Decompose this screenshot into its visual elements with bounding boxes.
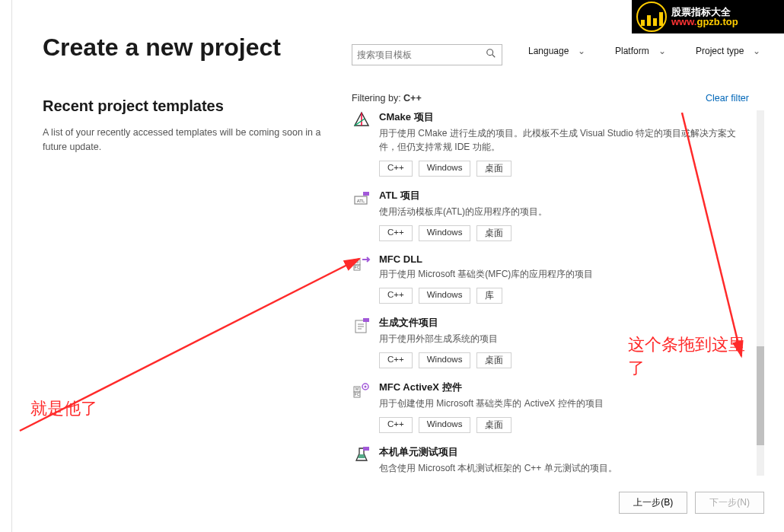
svg-line-1 [492,55,496,58]
template-desc: 用于使用 Microsoft 基础类(MFC)库的应用程序的项目 [379,267,747,281]
clear-filter-link[interactable]: Clear filter [706,93,749,104]
template-item[interactable]: MFCMFC DLL用于使用 Microsoft 基础类(MFC)库的应用程序的… [352,246,751,308]
template-title: 生成文件项目 [379,316,747,330]
next-button[interactable]: 下一步(N) [695,492,764,514]
watermark-text-url: www.gpzb.top [671,17,738,27]
mfc-icon: MFC [352,253,371,273]
template-tags: C++Windows桌面 [379,417,747,433]
template-tag: 桌面 [476,352,512,368]
template-tag: 桌面 [476,225,512,241]
template-title: MFC ActiveX 控件 [379,381,747,394]
template-desc: 用于使用 CMake 进行生成的项目。此模板不生成 Visual Studio … [379,126,747,154]
filter-platform-label: Platform [615,46,649,56]
template-item[interactable]: 本机单元测试项目包含使用 Microsoft 本机测试框架的 C++ 单元测试的… [352,438,751,476]
template-desc: 用于创建使用 Microsoft 基础类库的 ActiveX 控件的项目 [379,397,747,410]
template-tags: C++Windows桌面 [379,225,747,241]
svg-text:M: M [355,260,359,264]
svg-rect-17 [363,447,369,451]
template-desc: 使用活动模板库(ATL)的应用程序的项目。 [379,205,747,218]
svg-point-16 [365,386,367,388]
template-tag: C++ [379,352,413,368]
template-tags: C++Windows库 [379,288,747,304]
watermark-chart-icon [636,2,667,32]
back-button[interactable]: 上一步(B) [619,492,687,514]
svg-rect-10 [363,318,369,322]
atl-icon: ATL [352,189,371,209]
template-title: CMake 项目 [379,110,747,124]
mfcax-icon: MFC [352,381,371,400]
template-title: MFC DLL [379,253,747,265]
template-tag: Windows [419,161,471,177]
template-tags: C++Windows桌面 [379,352,747,368]
template-tag: Windows [419,225,471,241]
template-item[interactable]: 生成文件项目用于使用外部生成系统的项目C++Windows桌面 [352,308,751,373]
recent-templates-heading: Recent project templates [43,97,224,115]
template-desc: 包含使用 Microsoft 本机测试框架的 C++ 单元测试的项目。 [379,461,747,475]
template-tag: 库 [476,288,502,304]
search-icon [480,48,502,62]
new-project-dialog: 股票指标大全 www.gpzb.top Create a new project… [12,0,784,532]
chevron-down-icon: ⌄ [658,46,666,56]
chevron-down-icon: ⌄ [578,46,585,56]
test-icon [352,445,371,465]
template-tag: Windows [419,417,471,433]
template-title: 本机单元测试项目 [379,445,747,459]
filter-project-type[interactable]: Project type ⌄ [696,46,760,56]
template-desc: 用于使用外部生成系统的项目 [379,332,747,346]
template-list[interactable]: CMake 项目用于使用 CMake 进行生成的项目。此模板不生成 Visual… [352,110,751,476]
chevron-down-icon: ⌄ [753,46,760,56]
template-title: ATL 项目 [379,189,747,202]
recent-templates-body: A list of your recently accessed templat… [43,126,324,155]
footer-buttons: 上一步(B) 下一步(N) [619,492,764,514]
filter-language[interactable]: Language ⌄ [528,46,585,56]
page-title: Create a new project [43,33,281,62]
template-tag: Windows [419,352,471,368]
svg-text:FC: FC [355,265,360,269]
svg-text:ATL: ATL [357,199,365,203]
template-tag: C++ [379,288,413,304]
template-tag: 桌面 [476,417,512,433]
svg-text:M: M [355,387,359,391]
template-item[interactable]: ATLATL 项目使用活动模板库(ATL)的应用程序的项目。C++Windows… [352,181,751,246]
cmake-icon [352,110,371,130]
filter-project-type-label: Project type [696,46,744,56]
build-icon [352,316,371,336]
svg-text:FC: FC [355,392,360,397]
search-input-wrap[interactable] [352,44,502,65]
svg-point-0 [487,49,493,56]
watermark-badge: 股票指标大全 www.gpzb.top [632,0,784,33]
filter-platform[interactable]: Platform ⌄ [615,46,666,56]
svg-rect-4 [363,192,369,196]
filter-by-label: Filtering by: C++ [352,93,422,104]
scrollbar-thumb[interactable] [757,346,764,445]
template-tag: C++ [379,161,413,177]
filter-language-label: Language [528,46,569,56]
template-tag: C++ [379,417,413,433]
template-item[interactable]: CMake 项目用于使用 CMake 进行生成的项目。此模板不生成 Visual… [352,110,751,181]
template-tag: Windows [419,288,471,304]
template-tag: C++ [379,225,413,241]
background-sliver [0,0,12,532]
search-input[interactable] [352,46,480,63]
template-tag: 桌面 [476,161,512,177]
template-item[interactable]: MFCMFC ActiveX 控件用于创建使用 Microsoft 基础类库的 … [352,373,751,438]
template-tags: C++Windows桌面 [379,161,747,177]
